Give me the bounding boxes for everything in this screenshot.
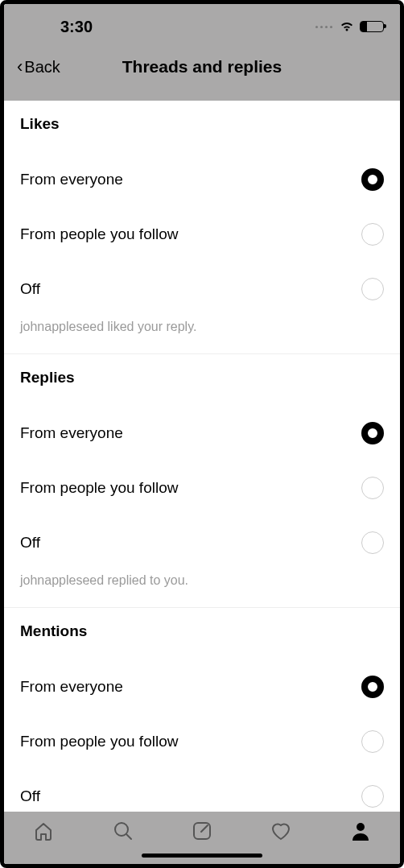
mentions-option-following[interactable]: From people you follow — [20, 714, 384, 769]
mentions-option-everyone[interactable]: From everyone — [20, 659, 384, 714]
settings-content: Likes From everyone From people you foll… — [4, 101, 400, 812]
mentions-option-off[interactable]: Off — [20, 769, 384, 812]
radio-unselected-icon — [361, 531, 384, 554]
radio-label: From people you follow — [20, 479, 178, 497]
search-icon — [112, 820, 134, 842]
battery-icon — [360, 21, 384, 32]
radio-unselected-icon — [361, 223, 384, 246]
tab-activity[interactable] — [268, 818, 294, 844]
tab-home[interactable] — [31, 818, 56, 844]
section-likes-title: Likes — [20, 115, 384, 133]
radio-label: Off — [20, 280, 40, 298]
svg-line-1 — [126, 834, 131, 839]
dimmed-header: 3:30 ‹ Back Threads and replies — [4, 4, 400, 101]
radio-unselected-icon — [361, 730, 384, 753]
heart-icon — [270, 820, 292, 842]
page-title: Threads and replies — [17, 57, 387, 76]
tab-profile[interactable] — [348, 818, 373, 844]
compose-icon — [191, 820, 213, 842]
radio-label: From people you follow — [20, 733, 178, 750]
radio-unselected-icon — [361, 278, 384, 300]
home-indicator[interactable] — [142, 854, 262, 858]
radio-label: From everyone — [20, 424, 123, 442]
cellular-dots-icon — [315, 26, 332, 28]
tab-search[interactable] — [110, 818, 136, 844]
status-time: 3:30 — [60, 18, 93, 36]
radio-label: Off — [20, 534, 40, 552]
wifi-icon — [339, 21, 355, 32]
status-icons — [315, 21, 384, 32]
radio-selected-icon — [361, 676, 384, 698]
section-replies: Replies From everyone From people you fo… — [4, 354, 400, 608]
chevron-left-icon: ‹ — [17, 58, 23, 76]
likes-option-following[interactable]: From people you follow — [20, 207, 384, 262]
radio-selected-icon — [361, 168, 384, 191]
replies-hint: johnappleseed replied to you. — [20, 570, 384, 607]
section-mentions-title: Mentions — [20, 622, 384, 640]
radio-selected-icon — [361, 422, 384, 444]
tab-compose[interactable] — [189, 818, 215, 844]
radio-label: From everyone — [20, 171, 123, 188]
replies-option-off[interactable]: Off — [20, 515, 384, 570]
radio-label: Off — [20, 787, 40, 805]
radio-unselected-icon — [361, 477, 384, 499]
section-mentions: Mentions From everyone From people you f… — [4, 608, 400, 812]
svg-point-3 — [357, 823, 365, 831]
replies-option-everyone[interactable]: From everyone — [20, 406, 384, 461]
back-label: Back — [24, 58, 60, 76]
section-likes: Likes From everyone From people you foll… — [4, 101, 400, 354]
radio-unselected-icon — [361, 785, 384, 808]
radio-label: From everyone — [20, 678, 123, 696]
likes-hint: johnappleseed liked your reply. — [20, 316, 384, 353]
nav-bar: ‹ Back Threads and replies — [4, 43, 400, 91]
replies-option-following[interactable]: From people you follow — [20, 461, 384, 515]
person-icon — [349, 820, 372, 842]
section-replies-title: Replies — [20, 369, 384, 386]
tab-bar — [4, 812, 400, 864]
back-button[interactable]: ‹ Back — [17, 58, 60, 76]
likes-option-off[interactable]: Off — [20, 262, 384, 316]
home-icon — [32, 820, 55, 842]
status-bar: 3:30 — [4, 4, 400, 43]
radio-label: From people you follow — [20, 225, 178, 243]
likes-option-everyone[interactable]: From everyone — [20, 152, 384, 207]
